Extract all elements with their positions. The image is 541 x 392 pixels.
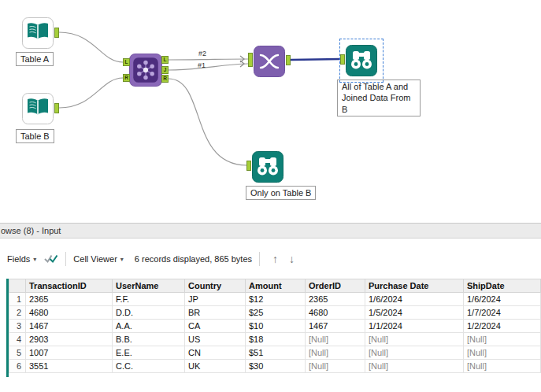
data-quality-check-icon[interactable] — [44, 253, 58, 265]
cell[interactable]: 2903 — [26, 333, 113, 346]
cell[interactable]: US — [185, 333, 246, 346]
cell[interactable]: JP — [185, 293, 246, 306]
column-header-username[interactable]: UserName — [113, 279, 185, 293]
input-data-tool-table-a[interactable] — [22, 17, 54, 49]
table-row: 42903B.B.US$18[Null][Null][Null] — [9, 333, 541, 346]
cell[interactable]: UK — [185, 360, 246, 373]
row-number[interactable]: 1 — [9, 293, 26, 306]
column-header-amount[interactable]: Amount — [246, 279, 306, 293]
cell[interactable]: [Null] — [365, 346, 464, 360]
cell[interactable]: [Null] — [464, 346, 541, 360]
scroll-down-arrow-icon[interactable]: ↓ — [289, 253, 295, 264]
join-output-anchor-left[interactable]: L — [161, 56, 169, 64]
scroll-up-arrow-icon[interactable]: ↑ — [272, 253, 278, 264]
cell[interactable]: 4680 — [26, 306, 113, 320]
output-anchor[interactable] — [54, 28, 59, 38]
results-grid: TransactionIDUserNameCountryAmountOrderI… — [9, 279, 541, 373]
cell[interactable]: 1/6/2024 — [464, 293, 541, 306]
browse-tool-only-b[interactable] — [252, 151, 283, 183]
cell[interactable]: 1/6/2024 — [365, 293, 464, 306]
cell[interactable]: A.A. — [113, 320, 185, 333]
grid-body: 12365F.F.JP$1223651/6/20241/6/202424680D… — [9, 293, 541, 373]
join-tool[interactable]: L R L J R — [129, 54, 162, 87]
join-output-anchor-right[interactable]: R — [161, 75, 169, 83]
cell[interactable]: 1/7/2024 — [464, 306, 541, 320]
selection-outline — [339, 39, 384, 83]
cell[interactable]: CA — [185, 320, 246, 333]
cell[interactable]: CN — [185, 346, 246, 360]
output-anchor[interactable] — [54, 103, 59, 113]
cell[interactable]: D.D. — [113, 306, 185, 320]
cell[interactable]: $18 — [246, 333, 306, 346]
results-table: TransactionIDUserNameCountryAmountOrderI… — [9, 279, 541, 373]
union-crossing-lines-icon — [254, 46, 285, 77]
cell[interactable]: B.B. — [113, 333, 185, 346]
open-book-icon — [22, 93, 54, 124]
cell[interactable]: [Null] — [464, 333, 541, 346]
workflow-canvas[interactable]: Table A Table B — [0, 0, 541, 223]
row-number[interactable]: 2 — [9, 306, 26, 320]
records-info: 6 records displayed, 865 bytes — [135, 254, 252, 264]
cell[interactable]: [Null] — [306, 360, 365, 373]
cell[interactable]: 1007 — [26, 346, 113, 360]
cell[interactable]: 2365 — [306, 293, 365, 306]
union-input-anchor[interactable] — [248, 53, 253, 67]
row-number[interactable]: 6 — [9, 360, 26, 373]
wire-union-to-browse-selected[interactable] — [291, 59, 340, 60]
cell[interactable]: E.E. — [113, 346, 185, 360]
cell[interactable]: F.F. — [113, 293, 185, 306]
column-header-purchase-date[interactable]: Purchase Date — [365, 279, 464, 293]
browse-input-anchor[interactable] — [340, 54, 345, 65]
cell[interactable]: [Null] — [365, 360, 464, 373]
wire-table-a-to-join[interactable] — [59, 32, 123, 62]
cell-viewer-dropdown[interactable]: Cell Viewer ▾ — [73, 254, 123, 264]
fields-dropdown[interactable]: Fields ▾ — [7, 254, 36, 264]
cell[interactable]: 1/1/2024 — [365, 320, 464, 333]
browse-input-anchor[interactable] — [246, 161, 251, 171]
column-header-orderid[interactable]: OrderID — [306, 279, 365, 293]
cell[interactable]: $10 — [246, 320, 306, 333]
cell[interactable]: [Null] — [306, 333, 365, 346]
cell[interactable]: 1467 — [306, 320, 365, 333]
cell[interactable]: BR — [185, 306, 246, 320]
cell[interactable]: [Null] — [306, 346, 365, 360]
chevron-down-icon: ▾ — [33, 256, 36, 263]
table-row: 63551C.C.UK$30[Null][Null][Null] — [9, 360, 541, 373]
union-output-anchor[interactable] — [286, 55, 291, 65]
row-number[interactable]: 5 — [9, 346, 26, 360]
open-book-icon — [22, 17, 54, 49]
wire-table-b-to-join[interactable] — [59, 78, 123, 108]
tool-label-table-b[interactable]: Table B — [16, 129, 54, 143]
cell[interactable]: [Null] — [464, 360, 541, 373]
union-tool[interactable] — [254, 46, 285, 77]
wire-join-j-to-union[interactable] — [169, 64, 248, 70]
cell[interactable]: $30 — [246, 360, 306, 373]
cell[interactable]: $25 — [246, 306, 306, 320]
wire-join-l-to-union[interactable] — [169, 59, 248, 60]
cell[interactable]: 1/2/2024 — [464, 320, 541, 333]
connection-label-2: #2 — [198, 50, 206, 57]
cell[interactable]: 1/5/2024 — [365, 306, 464, 320]
wire-join-r-to-browse[interactable] — [169, 79, 246, 165]
cell[interactable]: C.C. — [113, 360, 185, 373]
column-header-transactionid[interactable]: TransactionID — [26, 279, 113, 293]
column-header-country[interactable]: Country — [185, 279, 246, 293]
input-data-tool-table-b[interactable] — [22, 93, 54, 124]
annotation-joined-browse[interactable]: All of Table A and Joined Data From B — [337, 80, 421, 116]
row-number[interactable]: 3 — [9, 320, 26, 333]
join-output-anchor-join[interactable]: J — [161, 66, 169, 74]
cell[interactable]: [Null] — [365, 333, 464, 346]
cell[interactable]: 2365 — [26, 293, 113, 306]
cell[interactable]: 3551 — [26, 360, 113, 373]
join-input-anchor-right[interactable]: R — [123, 74, 130, 82]
cell[interactable]: $51 — [246, 346, 306, 360]
join-input-anchor-left[interactable]: L — [123, 58, 130, 66]
row-number[interactable]: 4 — [9, 333, 26, 346]
annotation-only-table-b[interactable]: Only on Table B — [246, 186, 316, 200]
column-header-shipdate[interactable]: ShipDate — [464, 279, 541, 293]
cell[interactable]: $12 — [246, 293, 306, 306]
table-row: 51007E.E.CN$51[Null][Null][Null] — [9, 346, 541, 360]
cell[interactable]: 1467 — [26, 320, 113, 333]
cell[interactable]: 4680 — [306, 306, 365, 320]
tool-label-table-a[interactable]: Table A — [16, 52, 54, 66]
